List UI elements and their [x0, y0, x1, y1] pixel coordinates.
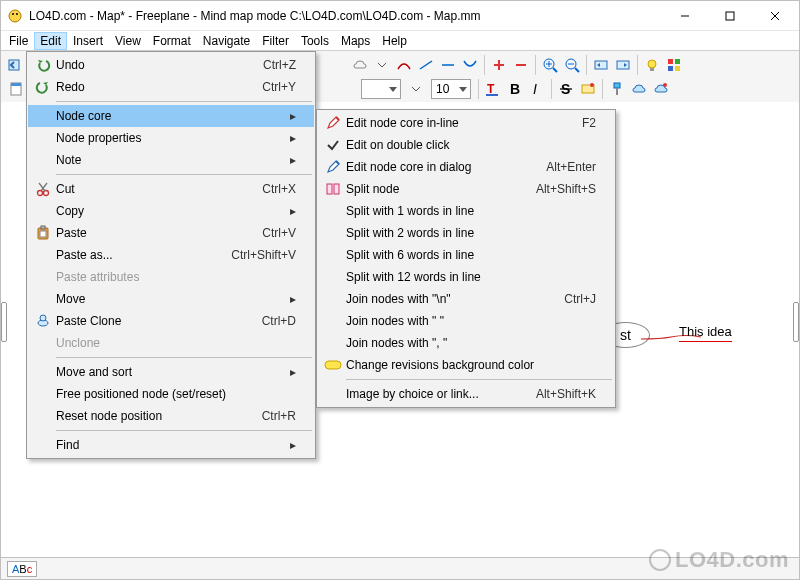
tb-connector4-icon[interactable]	[459, 54, 481, 76]
menu-item[interactable]: Paste as...Ctrl+Shift+V	[28, 244, 314, 266]
menu-item-label: Image by choice or link...	[346, 387, 536, 401]
tb-font-color-icon[interactable]: T	[482, 78, 504, 100]
tb-zoom-out-icon[interactable]	[561, 54, 583, 76]
tb-highlight-icon[interactable]	[577, 78, 599, 100]
svg-point-48	[40, 315, 46, 321]
status-indicator[interactable]: ABc	[7, 561, 37, 577]
tb-nav-left-icon[interactable]	[590, 54, 612, 76]
menu-item-shortcut: Ctrl+X	[262, 182, 296, 196]
tb-cloud-fill-icon[interactable]	[628, 78, 650, 100]
tb-nav-right-icon[interactable]	[612, 54, 634, 76]
menu-item[interactable]: Split with 12 words in line	[318, 266, 614, 288]
tb-format-paint-icon[interactable]	[606, 78, 628, 100]
menu-item-label: Edit node core in dialog	[346, 160, 546, 174]
menu-item[interactable]: Edit node core in dialogAlt+Enter	[318, 156, 614, 178]
tb-italic-icon[interactable]: I	[526, 78, 548, 100]
menu-file[interactable]: File	[3, 32, 34, 50]
menu-item[interactable]: Join nodes with "\n"Ctrl+J	[318, 288, 614, 310]
menu-icon-empty	[320, 288, 346, 310]
menu-item[interactable]: Move▸	[28, 288, 314, 310]
menu-item[interactable]: Note▸	[28, 149, 314, 171]
menu-insert[interactable]: Insert	[67, 32, 109, 50]
tb-bold-icon[interactable]: B	[504, 78, 526, 100]
menu-view[interactable]: View	[109, 32, 147, 50]
menu-item[interactable]: Image by choice or link...Alt+Shift+K	[318, 383, 614, 405]
tb-dropdown-icon[interactable]	[371, 54, 393, 76]
menu-item-label: Paste Clone	[56, 314, 262, 328]
tb-remove-icon[interactable]	[510, 54, 532, 76]
tb-cloud-red-icon[interactable]	[650, 78, 672, 100]
paste-clone-icon	[30, 310, 56, 332]
menu-item[interactable]: Join nodes with ", "	[318, 332, 614, 354]
menu-item: Paste attributes	[28, 266, 314, 288]
menu-item[interactable]: CutCtrl+X	[28, 178, 314, 200]
window-title: LO4D.com - Map* - Freeplane - Mind map m…	[29, 9, 662, 23]
menu-item[interactable]: Node properties▸	[28, 127, 314, 149]
menu-item[interactable]: Split with 6 words in line	[318, 244, 614, 266]
menubar: File Edit Insert View Format Navigate Fi…	[1, 31, 799, 51]
menu-icon-empty	[30, 434, 56, 456]
tb-connector3-icon[interactable]	[437, 54, 459, 76]
menu-item[interactable]: Paste CloneCtrl+D	[28, 310, 314, 332]
menu-item-label: Cut	[56, 182, 262, 196]
tb-doc-icon[interactable]	[5, 78, 27, 100]
font-size-combo[interactable]: 10	[431, 79, 471, 99]
menu-item-label: Reset node position	[56, 409, 262, 423]
menu-item[interactable]: Copy▸	[28, 200, 314, 222]
menu-item[interactable]: RedoCtrl+Y	[28, 76, 314, 98]
font-family-combo[interactable]	[361, 79, 401, 99]
tb-prev-map-icon[interactable]	[5, 54, 27, 76]
tb-dropdown-icon[interactable]	[405, 78, 427, 100]
menu-filter[interactable]: Filter	[256, 32, 295, 50]
menu-icon-empty	[30, 127, 56, 149]
menu-item[interactable]: Split nodeAlt+Shift+S	[318, 178, 614, 200]
menu-item[interactable]: Free positioned node (set/reset)	[28, 383, 314, 405]
menu-item-label: Undo	[56, 58, 263, 72]
menu-tools[interactable]: Tools	[295, 32, 335, 50]
menu-icon-empty	[30, 244, 56, 266]
scroll-left-handle[interactable]	[1, 302, 7, 342]
scroll-right-handle[interactable]	[793, 302, 799, 342]
tb-connector2-icon[interactable]	[415, 54, 437, 76]
menu-item[interactable]: Node core▸	[28, 105, 314, 127]
svg-rect-20	[617, 61, 629, 69]
svg-point-39	[663, 83, 667, 87]
menu-item[interactable]: Find▸	[28, 434, 314, 456]
menu-item-label: Note	[56, 153, 286, 167]
menu-item[interactable]: Join nodes with " "	[318, 310, 614, 332]
child-node[interactable]: This idea	[679, 324, 732, 342]
menu-item[interactable]: Reset node positionCtrl+R	[28, 405, 314, 427]
menu-item: Unclone	[28, 332, 314, 354]
menu-icon-empty	[320, 383, 346, 405]
tb-add-icon[interactable]	[488, 54, 510, 76]
minimize-button[interactable]	[662, 1, 707, 31]
menu-help[interactable]: Help	[376, 32, 413, 50]
menu-icon-empty	[30, 266, 56, 288]
menu-item[interactable]: Split with 1 words in line	[318, 200, 614, 222]
menu-separator	[56, 101, 312, 102]
menu-format[interactable]: Format	[147, 32, 197, 50]
menu-item[interactable]: Move and sort▸	[28, 361, 314, 383]
menu-item[interactable]: Split with 2 words in line	[318, 222, 614, 244]
menu-item[interactable]: PasteCtrl+V	[28, 222, 314, 244]
menu-item[interactable]: Edit on double click	[318, 134, 614, 156]
tb-idea-icon[interactable]	[641, 54, 663, 76]
menu-item-label: Paste	[56, 226, 262, 240]
tb-zoom-in-icon[interactable]	[539, 54, 561, 76]
tb-strike-icon[interactable]: S	[555, 78, 577, 100]
menu-item-label: Paste attributes	[56, 270, 296, 284]
maximize-button[interactable]	[707, 1, 752, 31]
menu-item[interactable]: Change revisions background color	[318, 354, 614, 376]
menu-item[interactable]: UndoCtrl+Z	[28, 54, 314, 76]
menu-item[interactable]: Edit node core in-lineF2	[318, 112, 614, 134]
menu-icon-empty	[30, 383, 56, 405]
svg-rect-4	[726, 12, 734, 20]
menu-icon-empty	[320, 200, 346, 222]
tb-palette-icon[interactable]	[663, 54, 685, 76]
menu-navigate[interactable]: Navigate	[197, 32, 256, 50]
tb-cloud-outline-icon[interactable]	[349, 54, 371, 76]
tb-connector1-icon[interactable]	[393, 54, 415, 76]
close-button[interactable]	[752, 1, 797, 31]
menu-edit[interactable]: Edit	[34, 32, 67, 50]
menu-maps[interactable]: Maps	[335, 32, 376, 50]
